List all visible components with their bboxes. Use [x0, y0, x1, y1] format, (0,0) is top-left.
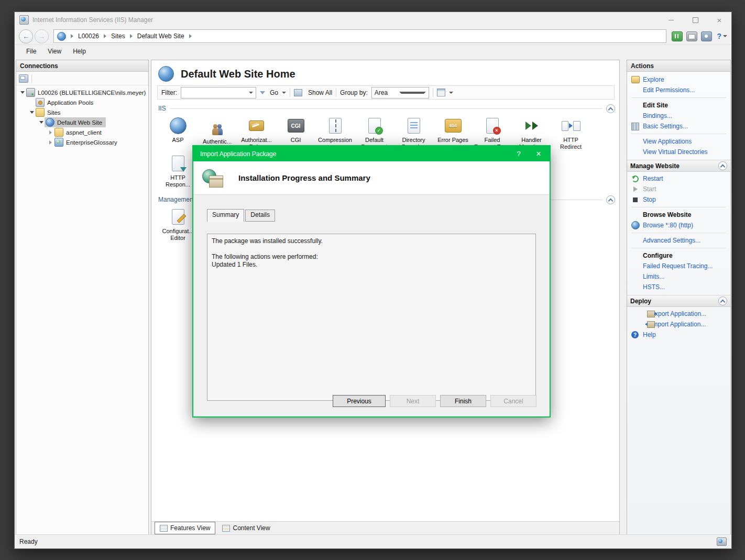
authorization-rules-icon: [249, 120, 264, 131]
action-failed-request-tracing[interactable]: Failed Request Tracing...: [627, 261, 730, 271]
divider: [631, 207, 726, 207]
messages-icon[interactable]: [686, 31, 697, 41]
action-basic-settings[interactable]: Basic Settings...: [627, 121, 730, 131]
tree-item-default-web-site[interactable]: Default Web Site: [16, 117, 148, 127]
toolbar-divider: [31, 74, 32, 83]
action-export-application[interactable]: Export Application...: [627, 309, 730, 319]
application-pools-icon: [36, 98, 45, 107]
tab-summary[interactable]: Summary: [207, 209, 244, 222]
tree-item-aspnet-client[interactable]: aspnet_client: [16, 127, 148, 137]
tree-item-sites[interactable]: Sites: [16, 107, 148, 117]
action-explore[interactable]: Explore: [627, 74, 730, 85]
action-edit-permissions[interactable]: Edit Permissions...: [627, 85, 730, 95]
group-label: Deploy: [630, 298, 718, 305]
feature-http-redirect[interactable]: HTTP Redirect: [551, 116, 590, 150]
divider: [631, 134, 726, 134]
action-restart[interactable]: Restart: [627, 173, 730, 184]
dialog-titlebar[interactable]: Import Application Package ? ×: [193, 146, 550, 161]
breadcrumb-sites[interactable]: Sites: [111, 32, 125, 40]
action-bindings[interactable]: Bindings...: [627, 111, 730, 121]
action-stop[interactable]: Stop: [627, 194, 730, 205]
back-button[interactable]: [19, 29, 33, 43]
breadcrumb[interactable]: L00026 Sites Default Web Site: [53, 29, 666, 43]
show-all-button[interactable]: Show All: [308, 89, 332, 96]
tab-details[interactable]: Details: [245, 210, 275, 222]
chevron-right-icon[interactable]: [47, 130, 54, 135]
close-button[interactable]: ×: [707, 12, 731, 28]
tab-content-view[interactable]: Content View: [217, 522, 275, 534]
feature-http-response-headers[interactable]: HTTP Respon...: [158, 154, 198, 188]
cancel-button[interactable]: Cancel: [490, 395, 536, 407]
basic-settings-icon: [631, 123, 639, 130]
website-globe-icon: [46, 118, 54, 127]
dialog-help-button[interactable]: ?: [510, 150, 528, 158]
actions-group-configure: Configure: [627, 250, 730, 261]
collapse-section-icon[interactable]: [606, 104, 615, 113]
feature-label: Compression: [315, 137, 355, 144]
chevron-down-icon: [249, 92, 253, 94]
view-options-icon[interactable]: [437, 89, 445, 96]
action-start[interactable]: Start: [627, 184, 730, 194]
globe-icon: [57, 32, 66, 41]
dialog-close-button[interactable]: ×: [528, 149, 550, 159]
minimize-button[interactable]: [659, 12, 683, 28]
action-hsts[interactable]: HSTS...: [627, 282, 730, 292]
menu-view[interactable]: View: [42, 46, 67, 57]
selected-highlight: Default Web Site: [45, 117, 106, 127]
filter-input[interactable]: [181, 87, 256, 98]
group-by-label: Group by:: [340, 89, 368, 96]
chevron-down-icon[interactable]: [19, 91, 26, 94]
create-connection-icon[interactable]: [19, 74, 28, 83]
action-view-virtual-directories[interactable]: View Virtual Directories: [627, 147, 730, 157]
collapse-group-icon[interactable]: [718, 297, 727, 305]
collapse-section-icon[interactable]: [606, 195, 615, 204]
menu-help[interactable]: Help: [68, 46, 91, 57]
window-titlebar[interactable]: Internet Information Services (IIS) Mana…: [15, 12, 731, 28]
action-advanced-settings[interactable]: Advanced Settings...: [627, 235, 730, 246]
group-by-select[interactable]: Area: [371, 87, 429, 98]
settings-icon[interactable]: [701, 31, 712, 41]
divider: [290, 88, 290, 97]
chevron-down-icon[interactable]: [282, 92, 286, 94]
action-view-applications[interactable]: View Applications: [627, 136, 730, 147]
actions-group-manage-website[interactable]: Manage Website: [627, 160, 730, 172]
status-text: Ready: [19, 538, 38, 545]
application-icon: [54, 138, 63, 147]
chevron-right-icon[interactable]: [47, 140, 54, 145]
actions-group-deploy[interactable]: Deploy: [627, 295, 730, 307]
go-button[interactable]: Go: [270, 89, 278, 96]
previous-button[interactable]: Previous: [333, 395, 386, 407]
collapse-group-icon[interactable]: [718, 161, 727, 170]
next-button[interactable]: Next: [390, 395, 436, 407]
feature-label: Configurat... Editor: [158, 228, 198, 241]
chevron-down-icon[interactable]: [28, 111, 35, 114]
summary-line: The package was installed successfully.: [212, 237, 531, 245]
help-menu-button[interactable]: ?: [717, 32, 727, 40]
feature-configuration-editor[interactable]: Configurat... Editor: [158, 207, 198, 241]
tree-item-server[interactable]: L00026 (BLUETELLIGENCE\nils.meyer): [16, 87, 148, 97]
chevron-down-icon[interactable]: [38, 121, 45, 124]
refresh-icon[interactable]: [672, 31, 683, 41]
content-view-icon: [222, 525, 230, 532]
dialog-heading: Installation Progress and Summary: [238, 173, 370, 182]
actions-header: Actions: [627, 60, 730, 72]
finish-button[interactable]: Finish: [440, 395, 486, 407]
package-globe-icon: [202, 168, 224, 188]
menu-file[interactable]: File: [21, 46, 41, 57]
action-browse-site[interactable]: Browse *:80 (http): [627, 220, 730, 230]
action-limits[interactable]: Limits...: [627, 271, 730, 282]
feature-asp[interactable]: ASP: [158, 116, 198, 150]
chevron-down-icon[interactable]: [449, 92, 453, 94]
breadcrumb-server[interactable]: L00026: [78, 32, 99, 40]
tree-item-enterprise-glossary[interactable]: EnterpriseGlossary: [16, 137, 148, 147]
tab-features-view[interactable]: Features View: [155, 522, 215, 534]
tree-item-application-pools[interactable]: Application Pools: [16, 97, 148, 107]
chevron-right-icon: [104, 34, 106, 38]
action-import-application[interactable]: Import Application...: [627, 319, 730, 330]
maximize-button[interactable]: [683, 12, 707, 28]
action-help[interactable]: Help: [627, 330, 730, 340]
forward-button[interactable]: [35, 29, 49, 43]
tree-item-label: L00026 (BLUETELLIGENCE\nils.meyer): [38, 90, 148, 96]
tree-item-label: Sites: [47, 109, 63, 116]
breadcrumb-default-web-site[interactable]: Default Web Site: [137, 32, 184, 40]
